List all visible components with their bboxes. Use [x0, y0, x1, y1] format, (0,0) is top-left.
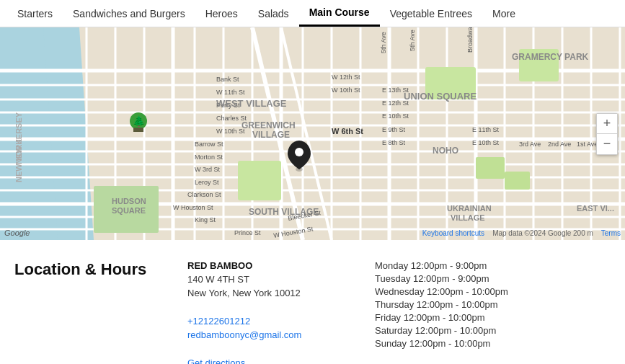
svg-text:UNION SQUARE: UNION SQUARE: [404, 91, 476, 102]
hours-section: Monday 12:00pm - 9:00pmTuesday 12:00pm -…: [375, 260, 508, 364]
nav-item-salads[interactable]: Salads: [248, 0, 299, 27]
map-attribution: Keyboard shortcuts Map data ©2024 Google…: [422, 229, 621, 237]
svg-text:EAST VI...: EAST VI...: [577, 204, 614, 213]
city-state-zip: New York, New York 10012: [187, 288, 346, 298]
nav-item-heroes[interactable]: Heroes: [195, 0, 248, 27]
svg-text:Clarkson St: Clarkson St: [187, 191, 221, 198]
zoom-in-button[interactable]: +: [597, 114, 617, 134]
main-nav: StartersSandwiches and BurgersHeroesSala…: [0, 0, 625, 27]
nav-item-sandwiches-and-burgers[interactable]: Sandwiches and Burgers: [63, 0, 195, 27]
svg-text:WEST VILLAGE: WEST VILLAGE: [216, 98, 287, 109]
svg-text:Leroy St: Leroy St: [195, 179, 219, 186]
email-link[interactable]: redbamboonyc@gmail.com: [187, 329, 346, 340]
zoom-out-button[interactable]: −: [597, 134, 617, 154]
svg-text:E 10th St: E 10th St: [472, 139, 500, 146]
svg-text:W Houston St: W Houston St: [173, 204, 213, 211]
hours-row: Sunday 12:00pm - 10:00pm: [375, 338, 508, 349]
svg-text:SQUARE: SQUARE: [112, 206, 146, 215]
street-address: 140 W 4TH ST: [187, 274, 346, 285]
directions-link[interactable]: Get directions: [187, 358, 346, 364]
svg-text:W 6th St: W 6th St: [332, 127, 363, 136]
svg-text:🌲: 🌲: [133, 115, 146, 128]
svg-text:GREENWICH: GREENWICH: [241, 120, 296, 130]
svg-text:5th Ave: 5th Ave: [380, 32, 387, 53]
terms-link[interactable]: Terms: [601, 229, 621, 237]
svg-text:3rd Ave: 3rd Ave: [519, 141, 541, 148]
svg-text:5th Ave: 5th Ave: [409, 30, 416, 51]
svg-text:NEW YORK: NEW YORK: [14, 139, 23, 182]
svg-rect-40: [238, 161, 281, 200]
hours-row: Saturday 12:00pm - 10:00pm: [375, 325, 508, 336]
svg-text:Barrow St: Barrow St: [195, 141, 223, 148]
location-details: RED BAMBOO 140 W 4TH ST New York, New Yo…: [187, 260, 346, 364]
svg-text:King St: King St: [195, 216, 216, 223]
svg-text:2nd Ave: 2nd Ave: [548, 141, 571, 148]
hours-row: Wednesday 12:00pm - 10:00pm: [375, 286, 508, 297]
svg-text:E 11th St: E 11th St: [472, 126, 500, 133]
svg-text:GRAMERCY PARK: GRAMERCY PARK: [512, 52, 589, 62]
svg-point-93: [295, 148, 303, 156]
svg-text:W 10th St: W 10th St: [216, 128, 245, 135]
svg-rect-47: [133, 128, 143, 132]
nav-item-vegetable-entrees[interactable]: Vegetable Entrees: [380, 0, 482, 27]
nav-item-more[interactable]: More: [482, 0, 526, 27]
nav-item-main-course[interactable]: Main Course: [299, 0, 380, 27]
svg-text:VILLAGE: VILLAGE: [252, 130, 290, 140]
svg-rect-44: [505, 172, 530, 190]
keyboard-shortcuts[interactable]: Keyboard shortcuts: [422, 229, 484, 237]
svg-text:E 9th St: E 9th St: [382, 126, 406, 133]
svg-text:NOHO: NOHO: [433, 146, 458, 156]
svg-text:VILLAGE: VILLAGE: [451, 213, 485, 222]
svg-text:HUDSON: HUDSON: [112, 197, 146, 205]
map-zoom-controls: + −: [596, 113, 618, 155]
map-data-text: Map data ©2024 Google 200 m: [492, 229, 593, 237]
hours-row: Thursday 12:00pm - 10:00pm: [375, 299, 508, 310]
svg-text:UKRAINIAN: UKRAINIAN: [447, 204, 492, 213]
map-container: 🌲 Bank St W 11th St Perry St Charles St …: [0, 27, 625, 240]
svg-text:E 12th St: E 12th St: [382, 99, 409, 107]
hours-row: Tuesday 12:00pm - 9:00pm: [375, 273, 508, 284]
svg-text:W 11th St: W 11th St: [216, 89, 245, 96]
location-title: Location & Hours: [14, 260, 159, 364]
svg-text:W 10th St: W 10th St: [332, 86, 360, 94]
google-logo: Google: [4, 228, 30, 237]
map-footer: Google Keyboard shortcuts Map data ©2024…: [0, 226, 625, 240]
svg-text:W 12th St: W 12th St: [332, 74, 360, 81]
phone-link[interactable]: +12122601212: [187, 316, 346, 327]
location-section: Location & Hours RED BAMBOO 140 W 4TH ST…: [0, 240, 625, 364]
svg-rect-43: [476, 157, 505, 179]
nav-item-starters[interactable]: Starters: [7, 0, 63, 27]
svg-text:Broadway: Broadway: [466, 27, 474, 53]
svg-text:W 3rd St: W 3rd St: [195, 166, 221, 173]
svg-text:E 13th St: E 13th St: [382, 86, 409, 94]
svg-text:Bank St: Bank St: [216, 76, 239, 83]
svg-text:E 10th St: E 10th St: [382, 112, 409, 120]
svg-text:Morton St: Morton St: [195, 154, 223, 161]
svg-text:E 8th St: E 8th St: [382, 139, 406, 146]
hours-row: Monday 12:00pm - 9:00pm: [375, 260, 508, 271]
restaurant-name: RED BAMBOO: [187, 260, 346, 271]
svg-text:1st Ave: 1st Ave: [577, 141, 598, 148]
hours-row: Friday 12:00pm - 10:00pm: [375, 312, 508, 323]
